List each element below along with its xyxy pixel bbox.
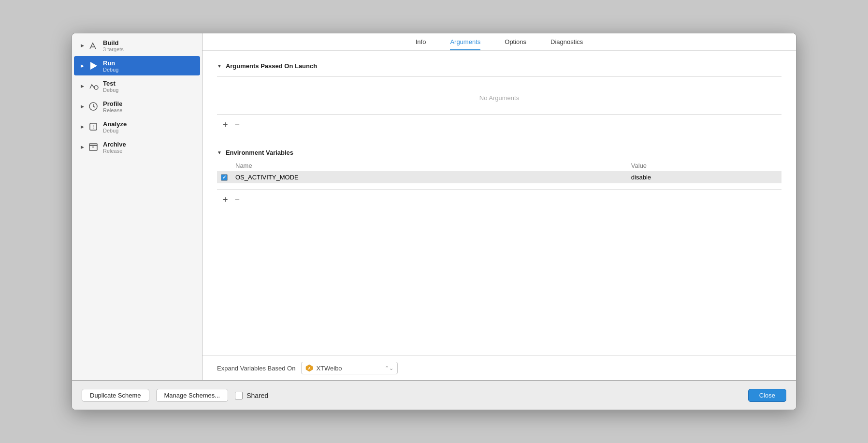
shared-label: Shared <box>246 392 268 399</box>
tab-info[interactable]: Info <box>416 38 426 50</box>
table-row[interactable]: OS_ACTIVITY_MODE disable <box>217 171 781 183</box>
expand-variables-bar: Expand Variables Based On A XTWeibo ⌃⌄ <box>203 355 796 380</box>
env-row-name: OS_ACTIVITY_MODE <box>235 174 299 181</box>
app-icon: A <box>305 364 313 372</box>
tab-arguments[interactable]: Arguments <box>450 38 480 50</box>
build-text: Build 3 targets <box>103 39 124 52</box>
expand-variables-select[interactable]: A XTWeibo ⌃⌄ <box>301 362 398 374</box>
analyze-icon: ! <box>87 120 100 133</box>
arguments-section: ▼ Arguments Passed On Launch No Argument… <box>217 59 781 132</box>
svg-point-2 <box>94 86 98 89</box>
divider-top-args <box>217 76 781 77</box>
expand-variables-label: Expand Variables Based On <box>217 365 295 372</box>
analyze-sub: Debug <box>103 128 127 133</box>
test-title: Test <box>103 80 118 87</box>
duplicate-scheme-button[interactable]: Duplicate Scheme <box>82 389 149 402</box>
env-row-name-cell: OS_ACTIVITY_MODE <box>231 171 627 183</box>
tab-bar: Info Arguments Options Diagnostics <box>203 33 796 51</box>
content-body: ▼ Arguments Passed On Launch No Argument… <box>203 51 796 355</box>
profile-title: Profile <box>103 100 122 107</box>
test-text: Test Debug <box>103 80 118 93</box>
run-text: Run Debug <box>103 59 118 73</box>
env-row-check-cell <box>217 171 231 183</box>
archive-icon <box>87 140 100 154</box>
arguments-section-title: Arguments Passed On Launch <box>226 62 317 70</box>
args-add-remove-bar: + − <box>217 118 781 132</box>
profile-text: Profile Release <box>103 100 122 113</box>
arguments-section-header[interactable]: ▼ Arguments Passed On Launch <box>217 59 781 74</box>
shared-checkbox[interactable] <box>235 392 243 399</box>
test-sub: Debug <box>103 87 118 93</box>
args-add-button[interactable]: + <box>222 120 229 129</box>
dialog-main: ▶ Build 3 targets ▶ <box>72 33 796 381</box>
sidebar-item-profile[interactable]: ▶ Profile Release <box>74 97 200 116</box>
sidebar: ▶ Build 3 targets ▶ <box>72 33 203 380</box>
scheme-editor-dialog: ▶ Build 3 targets ▶ <box>72 33 796 410</box>
env-section-header[interactable]: ▼ Environment Variables <box>217 145 781 160</box>
analyze-text: Analyze Debug <box>103 120 127 133</box>
env-bottom-divider <box>217 189 781 190</box>
section-divider <box>217 141 781 141</box>
sidebar-item-archive[interactable]: ▶ Archive Release <box>74 137 200 157</box>
svg-marker-1 <box>90 62 97 70</box>
archive-text: Archive Release <box>103 141 126 154</box>
run-title: Run <box>103 59 118 67</box>
env-triangle-icon: ▼ <box>217 150 222 155</box>
bottom-bar: Duplicate Scheme Manage Schemes... Share… <box>72 381 796 410</box>
sidebar-item-run[interactable]: ▶ Run Debug <box>74 56 200 75</box>
run-arrow-icon: ▶ <box>79 62 86 69</box>
col-value-header: Value <box>627 160 781 171</box>
build-icon <box>87 39 100 52</box>
archive-title: Archive <box>103 141 126 148</box>
env-table: Name Value <box>217 160 781 183</box>
col-check-header <box>217 160 231 171</box>
sidebar-item-analyze[interactable]: ▶ ! Analyze Debug <box>74 117 200 136</box>
arguments-triangle-icon: ▼ <box>217 63 222 69</box>
env-remove-button[interactable]: − <box>234 195 241 204</box>
env-row-value-cell: disable <box>627 171 781 183</box>
profile-arrow-icon: ▶ <box>79 103 86 110</box>
archive-arrow-icon: ▶ <box>79 144 86 150</box>
profile-icon <box>87 100 100 113</box>
env-add-button[interactable]: + <box>222 195 229 204</box>
sidebar-item-build[interactable]: ▶ Build 3 targets <box>74 36 200 55</box>
tab-diagnostics[interactable]: Diagnostics <box>550 38 583 50</box>
expand-selected-value: XTWeibo <box>316 365 342 372</box>
run-icon <box>87 59 100 73</box>
svg-text:A: A <box>308 367 311 370</box>
manage-schemes-button[interactable]: Manage Schemes... <box>156 389 229 402</box>
env-section: ▼ Environment Variables Name Value <box>217 145 781 207</box>
tab-options[interactable]: Options <box>505 38 526 50</box>
analyze-title: Analyze <box>103 120 127 128</box>
no-arguments-label: No Arguments <box>217 80 781 111</box>
build-sub: 3 targets <box>103 46 124 52</box>
expand-chevron-icon: ⌃⌄ <box>385 365 393 371</box>
content-panel: Info Arguments Options Diagnostics ▼ Arg… <box>203 33 796 380</box>
svg-line-5 <box>93 106 95 107</box>
test-icon <box>87 79 100 93</box>
env-row-checkbox-container <box>221 174 228 181</box>
svg-text:!: ! <box>93 124 94 130</box>
analyze-arrow-icon: ▶ <box>79 123 86 130</box>
build-arrow-icon: ▶ <box>79 42 86 49</box>
env-add-remove-bar: + − <box>217 192 781 207</box>
svg-rect-9 <box>89 144 97 146</box>
build-title: Build <box>103 39 124 46</box>
env-row-checkbox[interactable] <box>221 174 228 181</box>
col-name-header: Name <box>231 160 627 171</box>
env-section-title: Environment Variables <box>226 149 293 156</box>
args-remove-button[interactable]: − <box>234 120 241 129</box>
shared-area: Shared <box>235 392 268 399</box>
profile-sub: Release <box>103 107 122 113</box>
run-sub: Debug <box>103 67 118 73</box>
close-button[interactable]: Close <box>748 389 786 402</box>
sidebar-item-test[interactable]: ▶ Test Debug <box>74 76 200 96</box>
divider-bottom-args <box>217 114 781 115</box>
archive-sub: Release <box>103 148 126 154</box>
test-arrow-icon: ▶ <box>79 83 86 89</box>
env-row-value: disable <box>631 174 651 181</box>
